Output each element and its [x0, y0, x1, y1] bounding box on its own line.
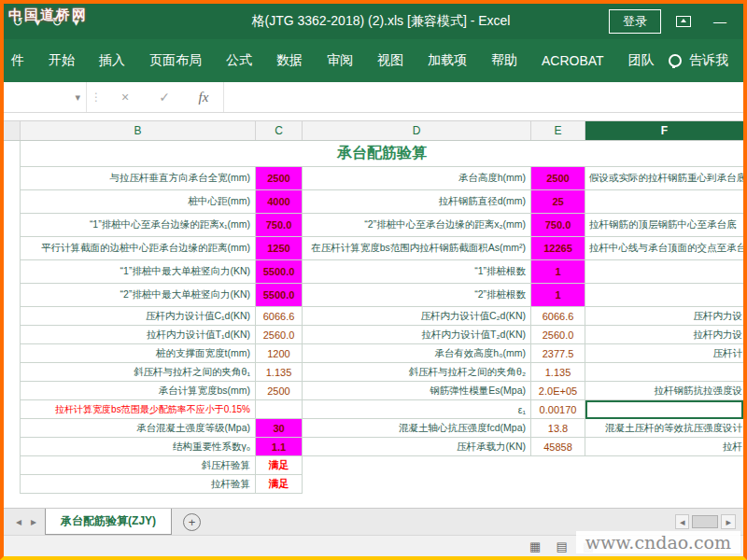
cell-D4[interactable]: “2”排桩中心至承台边缘的距离x₂(mm)	[303, 214, 531, 237]
cell-C2[interactable]: 2500	[256, 167, 303, 190]
cell-F10[interactable]: 压杆计	[585, 344, 743, 363]
cell-E8[interactable]: 6066.6	[531, 307, 585, 326]
ribbon-tab-公式[interactable]: 公式	[214, 39, 264, 82]
column-header-E[interactable]: E	[531, 121, 585, 140]
ribbon-tab-开始[interactable]: 开始	[36, 39, 87, 82]
column-header-D[interactable]: D	[303, 121, 531, 140]
normal-view-icon[interactable]: ▦	[529, 539, 541, 553]
cell-B13[interactable]: 拉杆计算宽度bs范围最少配筋率不应小于0.15%	[21, 400, 256, 419]
sheet-nav-prev-icon[interactable]: ◂	[11, 515, 26, 528]
tell-me-button[interactable]: 告诉我	[669, 39, 738, 82]
cell-D7[interactable]: “2”排桩根数	[303, 284, 531, 307]
cell-B2[interactable]: 与拉压杆垂直方向承台全宽(mm)	[21, 167, 256, 190]
cell-F4[interactable]: 拉杆钢筋的顶层钢筋中心至承台底	[585, 214, 743, 237]
redo-icon[interactable]: ↻	[51, 15, 62, 29]
cell-E11[interactable]: 1.135	[531, 363, 585, 382]
cell-A2[interactable]	[4, 167, 21, 190]
cell-B8[interactable]: 压杆内力设计值C₁d(KN)	[21, 307, 256, 326]
cell-C10[interactable]: 1200	[256, 344, 303, 363]
undo-dropdown-icon[interactable]: ▾	[35, 15, 41, 29]
cell-A16[interactable]	[4, 456, 21, 475]
cell-B5[interactable]: 平行计算截面的边桩中心距承台边缘的距离(mm)	[21, 237, 256, 260]
cell-B17[interactable]: 拉杆验算	[21, 475, 256, 494]
cell-E5[interactable]: 12265	[531, 237, 585, 260]
ribbon-tab-审阅[interactable]: 审阅	[315, 39, 365, 82]
cell-C13[interactable]	[256, 400, 303, 419]
cell-C14[interactable]: 30	[256, 419, 303, 438]
sheet-title[interactable]: 承台配筋验算	[21, 141, 743, 167]
cell-F15[interactable]: 拉杆	[585, 438, 743, 456]
cell-A14[interactable]	[4, 419, 21, 438]
ribbon-tab-数据[interactable]: 数据	[264, 39, 315, 82]
cell-B10[interactable]: 桩的支撑面宽度t(mm)	[21, 344, 256, 363]
ribbon-tab-ACROBAT[interactable]: ACROBAT	[529, 39, 616, 82]
cell-E12[interactable]: 2.0E+05	[531, 382, 585, 400]
undo-icon[interactable]: ↺	[13, 15, 23, 29]
ribbon-tab-帮助[interactable]: 帮助	[479, 39, 529, 82]
cell-B11[interactable]: 斜压杆与拉杆之间的夹角θ₁	[21, 363, 256, 382]
cell-C12[interactable]: 2500	[256, 382, 303, 400]
add-sheet-button[interactable]: +	[183, 513, 201, 531]
cell-A11[interactable]	[4, 363, 21, 382]
cell-F13[interactable]	[585, 400, 743, 419]
name-box[interactable]: ▾	[4, 82, 87, 112]
cell-A6[interactable]	[4, 260, 21, 284]
column-header-C[interactable]: C	[256, 121, 303, 140]
cell-A10[interactable]	[4, 344, 21, 363]
cell-F6[interactable]	[585, 260, 743, 284]
cell-F14[interactable]: 混凝土压杆的等效抗压强度设计	[585, 419, 743, 438]
column-header-F[interactable]: F	[585, 121, 743, 140]
cell-C4[interactable]: 750.0	[256, 214, 303, 237]
formula-input[interactable]	[223, 82, 743, 112]
cell-C11[interactable]: 1.135	[256, 363, 303, 382]
cell-D8[interactable]: 压杆内力设计值C₂d(KN)	[303, 307, 531, 326]
cell-D17[interactable]	[303, 475, 531, 494]
page-break-preview-icon[interactable]: ▩	[583, 539, 594, 553]
cell-E14[interactable]: 13.8	[531, 419, 585, 438]
cell-A1[interactable]	[4, 141, 21, 167]
cell-D12[interactable]: 钢筋弹性模量Es(Mpa)	[303, 382, 531, 400]
cell-D2[interactable]: 承台高度h(mm)	[303, 167, 531, 190]
sign-in-button[interactable]: 登录	[609, 9, 661, 34]
cell-E3[interactable]: 25	[531, 190, 585, 214]
empty-sheet-area[interactable]	[4, 494, 743, 508]
minimize-button[interactable]: —	[706, 14, 734, 29]
cell-C3[interactable]: 4000	[256, 190, 303, 214]
cell-E16[interactable]	[531, 456, 585, 475]
cell-F5[interactable]: 拉杆中心线与承台顶面的交点至承台边缘	[585, 237, 743, 260]
cell-D15[interactable]: 压杆承载力(KN)	[303, 438, 531, 456]
cell-F8[interactable]: 压杆内力设	[585, 307, 743, 326]
cell-E4[interactable]: 750.0	[531, 214, 585, 237]
cell-E17[interactable]	[531, 475, 585, 494]
cell-A12[interactable]	[4, 382, 21, 400]
cell-B9[interactable]: 拉杆内力设计值T₁d(KN)	[21, 326, 256, 344]
cell-C16[interactable]: 满足	[256, 456, 303, 475]
cell-F2[interactable]: 假设或实际的拉杆钢筋重心到承台底面	[585, 167, 743, 190]
cell-A7[interactable]	[4, 284, 21, 307]
cell-B12[interactable]: 承台计算宽度bs(mm)	[21, 382, 256, 400]
cell-B4[interactable]: “1”排桩中心至承台边缘的距离x₁(mm)	[21, 214, 256, 237]
cell-B14[interactable]: 承台混凝土强度等级(Mpa)	[21, 419, 256, 438]
cell-F17[interactable]	[585, 475, 743, 494]
cell-A17[interactable]	[4, 475, 21, 494]
sheet-nav-next-icon[interactable]: ▸	[26, 515, 41, 528]
cell-D9[interactable]: 拉杆内力设计值T₂d(KN)	[303, 326, 531, 344]
cell-F11[interactable]	[585, 363, 743, 382]
cell-A15[interactable]	[4, 438, 21, 456]
cell-B16[interactable]: 斜压杆验算	[21, 456, 256, 475]
enter-button[interactable]: ✓	[145, 82, 184, 112]
scrollbar-thumb[interactable]	[692, 515, 718, 528]
sheet-tab-active[interactable]: 承台配筋验算(ZJY)	[45, 509, 172, 535]
cell-F12[interactable]: 拉杆钢筋抗拉强度设	[585, 382, 743, 400]
ribbon-tab-加载项[interactable]: 加载项	[416, 39, 479, 82]
cell-A13[interactable]	[4, 400, 21, 419]
cell-D3[interactable]: 拉杆钢筋直径d(mm)	[303, 190, 531, 214]
cell-F3[interactable]	[585, 190, 743, 214]
cell-E2[interactable]: 2500	[531, 167, 585, 190]
cell-B7[interactable]: “2”排桩中最大单桩竖向力(KN)	[21, 284, 256, 307]
cell-A4[interactable]	[4, 214, 21, 237]
cell-E10[interactable]: 2377.5	[531, 344, 585, 363]
cell-C15[interactable]: 1.1	[256, 438, 303, 456]
cell-A3[interactable]	[4, 190, 21, 214]
cell-D11[interactable]: 斜压杆与拉杆之间的夹角θ₂	[303, 363, 531, 382]
